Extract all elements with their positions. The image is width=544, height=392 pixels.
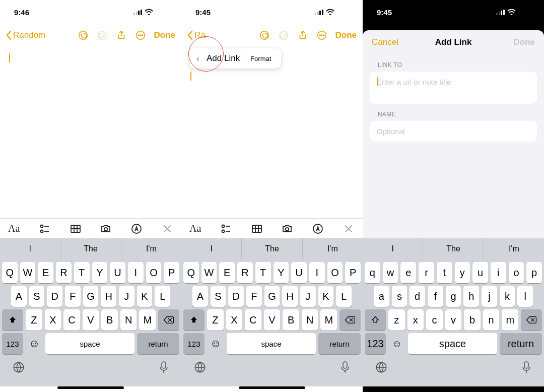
undo-icon[interactable] (259, 30, 270, 41)
key[interactable]: K (137, 286, 153, 307)
key[interactable]: Z (207, 309, 224, 331)
key[interactable]: F (246, 286, 262, 307)
table-icon[interactable] (70, 223, 82, 235)
key[interactable]: N (120, 309, 137, 331)
home-indicator[interactable] (239, 386, 305, 389)
more-icon[interactable] (135, 30, 146, 41)
key[interactable]: H (282, 286, 298, 307)
key[interactable]: A (11, 286, 27, 307)
key[interactable]: V (264, 309, 281, 331)
key[interactable]: e (400, 262, 416, 283)
key[interactable]: A (192, 286, 208, 307)
home-indicator[interactable] (420, 386, 487, 389)
key[interactable]: c (426, 309, 443, 331)
key[interactable]: n (483, 309, 500, 331)
key[interactable]: W (201, 262, 217, 283)
return-key[interactable]: return (137, 333, 179, 354)
keyboard[interactable]: I The I'm QWERTYUIOP ASDFGHJKL ZXCVBNM 1… (181, 238, 363, 386)
return-key[interactable]: return (318, 333, 361, 354)
home-indicator[interactable] (57, 386, 124, 389)
close-icon[interactable] (343, 223, 355, 235)
numbers-key[interactable]: 123 (183, 333, 205, 354)
key[interactable]: Z (26, 309, 42, 331)
key[interactable]: G (83, 286, 99, 307)
key[interactable]: t (437, 262, 452, 283)
key[interactable]: X (226, 309, 243, 331)
undo-icon[interactable] (78, 30, 89, 41)
suggestion[interactable]: The (242, 238, 302, 259)
key[interactable]: y (455, 262, 470, 283)
key[interactable]: Y (274, 262, 289, 283)
chevron-left-icon[interactable]: ‹ (194, 53, 201, 64)
key[interactable]: g (446, 286, 461, 307)
key[interactable]: L (155, 286, 170, 307)
key[interactable]: k (500, 286, 515, 307)
share-icon[interactable] (297, 30, 308, 41)
checklist-icon[interactable] (39, 223, 51, 235)
key[interactable]: a (374, 286, 389, 307)
emoji-key[interactable]: ☺ (388, 333, 405, 354)
key[interactable]: b (464, 309, 481, 331)
menu-add-link[interactable]: Add Link (201, 53, 245, 63)
key[interactable]: H (101, 286, 116, 307)
key[interactable]: B (101, 309, 118, 331)
camera-icon[interactable] (281, 223, 293, 235)
cancel-button[interactable]: Cancel (372, 37, 398, 47)
checklist-icon[interactable] (220, 223, 232, 235)
key[interactable]: z (388, 309, 405, 331)
more-icon[interactable] (316, 30, 327, 41)
key[interactable]: R (56, 262, 72, 283)
backspace-key[interactable] (339, 309, 361, 331)
suggestion[interactable]: The (60, 238, 121, 259)
key[interactable]: R (237, 262, 253, 283)
text-format-icon[interactable]: Aa (189, 223, 201, 235)
key[interactable]: D (47, 286, 62, 307)
key[interactable]: U (291, 262, 307, 283)
key[interactable]: V (83, 309, 99, 331)
key[interactable]: p (526, 262, 542, 283)
key[interactable]: C (63, 309, 80, 331)
key[interactable]: r (419, 262, 434, 283)
key[interactable]: J (300, 286, 316, 307)
key[interactable]: O (327, 262, 343, 283)
key[interactable]: i (491, 262, 506, 283)
key[interactable]: w (383, 262, 398, 283)
camera-icon[interactable] (100, 223, 112, 235)
key[interactable]: S (29, 286, 45, 307)
shift-key[interactable] (2, 309, 23, 331)
back-button[interactable]: Random (6, 30, 45, 40)
key[interactable]: O (146, 262, 162, 283)
space-key[interactable]: space (408, 333, 497, 354)
shift-key[interactable] (183, 309, 205, 331)
return-key[interactable]: return (500, 333, 542, 354)
key[interactable]: Q (183, 262, 199, 283)
markup-icon[interactable] (130, 223, 143, 235)
key[interactable]: B (283, 309, 299, 331)
key[interactable]: o (509, 262, 524, 283)
key[interactable]: F (65, 286, 81, 307)
key[interactable]: M (139, 309, 156, 331)
key[interactable]: S (211, 286, 226, 307)
key[interactable]: f (428, 286, 443, 307)
backspace-key[interactable] (158, 309, 179, 331)
note-body[interactable] (0, 46, 181, 218)
space-key[interactable]: space (45, 333, 134, 354)
key[interactable]: L (336, 286, 352, 307)
key[interactable]: m (502, 309, 518, 331)
emoji-key[interactable]: ☺ (26, 333, 43, 354)
keyboard[interactable]: I The I'm QWERTYUIOP ASDFGHJKL ZXCVBNM 1… (0, 238, 181, 386)
suggestion[interactable]: I (0, 238, 60, 259)
mic-icon[interactable] (158, 361, 169, 374)
text-format-icon[interactable]: Aa (8, 223, 20, 235)
suggestion[interactable]: I (181, 238, 242, 259)
suggestion[interactable]: I (363, 238, 423, 259)
mic-icon[interactable] (521, 361, 532, 374)
key[interactable]: d (410, 286, 425, 307)
emoji-key[interactable]: ☺ (207, 333, 224, 354)
name-field[interactable]: Optional (370, 121, 537, 142)
key[interactable]: v (445, 309, 462, 331)
shift-key[interactable] (365, 309, 386, 331)
key[interactable]: Q (2, 262, 18, 283)
table-icon[interactable] (251, 223, 263, 235)
key[interactable]: W (20, 262, 36, 283)
